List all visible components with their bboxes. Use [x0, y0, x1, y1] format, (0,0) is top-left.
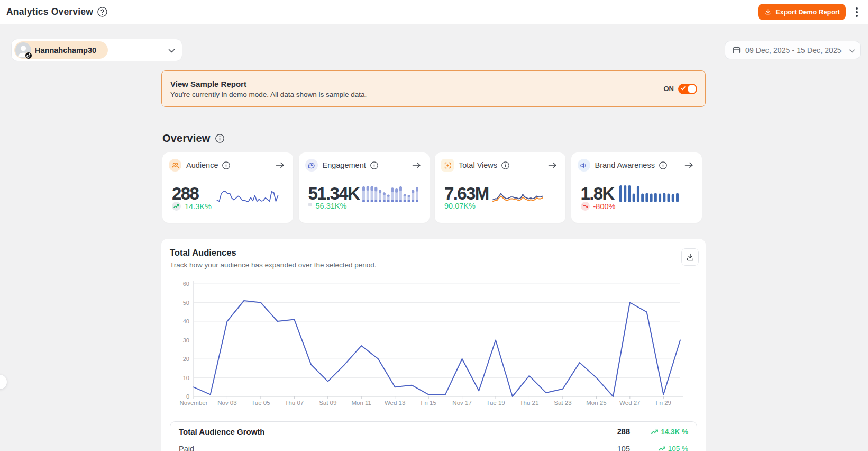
export-report-label: Export Demo Report: [775, 8, 840, 16]
metric-value: 7.63M: [444, 185, 489, 202]
metric-label: Total Views: [459, 161, 497, 169]
metric-sparkline: [619, 185, 679, 202]
metric-change: 90.07K%: [444, 202, 476, 210]
toggle-label: ON: [664, 85, 674, 93]
help-icon[interactable]: [97, 7, 107, 17]
metric-value: 51.34K: [308, 185, 360, 202]
download-icon: [764, 8, 772, 16]
chart-subtitle: Track how your audience has expanded ove…: [170, 261, 697, 269]
growth-table-rows: Paid105105 %: [170, 441, 697, 451]
metric-cards-row: Audience28814.3K%Engagement51.34K56.31K%…: [162, 152, 706, 223]
sample-report-toggle[interactable]: [678, 84, 697, 94]
account-selector[interactable]: Hannahchamp30: [11, 39, 182, 61]
banner-title: View Sample Report: [170, 79, 367, 88]
arrow-right-icon[interactable]: [276, 161, 286, 169]
metric-label: Engagement: [323, 161, 366, 169]
growth-total-value: 288: [582, 427, 630, 436]
metric-label: Audience: [186, 161, 218, 169]
toolbar-row: Hannahchamp30 09 Dec, 2025 - 15 Dec, 202…: [0, 24, 868, 61]
metric-change: 14.3K%: [185, 202, 212, 211]
sample-report-banner: View Sample Report You're currently in d…: [161, 70, 706, 107]
svg-text:Tue 19: Tue 19: [486, 400, 505, 406]
more-options-icon[interactable]: [853, 5, 861, 19]
export-report-button[interactable]: Export Demo Report: [758, 4, 846, 20]
svg-text:Fri 29: Fri 29: [656, 400, 671, 406]
metric-card-total-views: Total Views7.63M90.07K%: [435, 152, 565, 223]
arrow-right-icon[interactable]: [548, 161, 558, 169]
info-icon[interactable]: [222, 161, 230, 169]
toggle-knob: [688, 85, 696, 93]
svg-text:40: 40: [183, 318, 189, 324]
arrow-right-icon[interactable]: [684, 161, 695, 169]
arrow-right-icon[interactable]: [412, 161, 422, 169]
date-range-text: 09 Dec, 2025 - 15 Dec, 2025: [745, 46, 842, 55]
svg-text:30: 30: [183, 337, 189, 344]
row-change: 105 %: [630, 445, 688, 451]
metric-value: 1.8K: [581, 185, 614, 202]
chevron-down-icon: [168, 46, 175, 55]
calendar-icon: [732, 46, 741, 55]
growth-table-title: Total Audience Growth: [179, 427, 265, 436]
metric-sparkline: [492, 193, 543, 202]
date-range-picker[interactable]: 09 Dec, 2025 - 15 Dec, 2025: [725, 41, 861, 59]
metric-value: 288: [172, 185, 198, 202]
metric-card-engagement: Engagement51.34K56.31K%: [299, 152, 430, 223]
banner-subtitle: You're currently in demo mode. All data …: [170, 91, 367, 98]
svg-text:November: November: [179, 400, 207, 406]
chart-download-button[interactable]: [681, 248, 699, 266]
metric-change: -800%: [593, 202, 616, 211]
users-icon: [169, 159, 181, 172]
check-icon: [681, 86, 686, 91]
trend-up-icon: [658, 445, 666, 451]
trend-up-icon: [172, 202, 181, 211]
metric-change: 56.31K%: [316, 202, 347, 210]
row-label: Paid: [179, 445, 194, 451]
svg-text:Nov 03: Nov 03: [217, 400, 236, 406]
growth-total-change: 14.3K %: [630, 428, 688, 436]
info-icon[interactable]: [370, 161, 378, 169]
account-pill: Hannahchamp30: [14, 41, 108, 59]
svg-text:Mon 11: Mon 11: [351, 400, 371, 406]
chat-bars-icon: [305, 159, 318, 172]
info-icon[interactable]: [659, 161, 667, 169]
metric-sparkline: [216, 191, 279, 202]
tiktok-badge-icon: [25, 52, 32, 59]
info-icon[interactable]: [215, 134, 224, 143]
trend-up-icon: [651, 428, 659, 436]
sidebar-expand-handle[interactable]: [0, 375, 7, 389]
svg-text:Tue 05: Tue 05: [251, 400, 270, 406]
svg-text:Mon 25: Mon 25: [586, 400, 606, 406]
growth-table-row: Paid105105 %: [170, 441, 697, 451]
svg-text:Thu 21: Thu 21: [520, 400, 539, 406]
svg-text:10: 10: [183, 375, 189, 381]
audience-growth-table: Total Audience Growth 288 14.3K % Paid10…: [170, 421, 697, 451]
svg-text:Nov 17: Nov 17: [452, 400, 471, 406]
metric-sparkline: [362, 186, 418, 202]
metric-card-brand-awareness: Brand Awareness1.8K-800%: [571, 152, 702, 223]
svg-text:20: 20: [183, 356, 189, 362]
svg-text:Sat 23: Sat 23: [554, 400, 571, 406]
overview-heading: Overview: [162, 132, 211, 145]
chart-title: Total Audiences: [170, 248, 697, 258]
metric-label: Brand Awareness: [595, 161, 655, 169]
page-title: Analytics Overview: [6, 6, 93, 17]
scan-icon: [441, 159, 454, 172]
megaphone-icon: [578, 159, 590, 172]
total-audiences-chart: 0102030405060NovemberNov 03Tue 05Thu 07S…: [161, 277, 706, 411]
svg-text:0: 0: [186, 393, 189, 400]
svg-text:Thu 07: Thu 07: [285, 400, 304, 406]
trend-down-icon: [581, 202, 590, 211]
svg-text:Sat 09: Sat 09: [319, 400, 336, 406]
info-icon[interactable]: [501, 161, 509, 169]
svg-text:Fri 15: Fri 15: [421, 400, 436, 406]
svg-text:60: 60: [183, 281, 189, 287]
avatar: [15, 42, 31, 58]
top-header: Analytics Overview Export Demo Report: [0, 0, 868, 24]
svg-text:50: 50: [183, 300, 189, 306]
total-audiences-card: Total Audiences Track how your audience …: [161, 239, 706, 451]
row-value: 105: [582, 445, 630, 451]
mini-trend-icon: [308, 203, 312, 206]
main-content: View Sample Report You're currently in d…: [161, 70, 706, 451]
svg-text:Wed 27: Wed 27: [619, 400, 640, 406]
metric-card-audience: Audience28814.3K%: [162, 152, 293, 223]
